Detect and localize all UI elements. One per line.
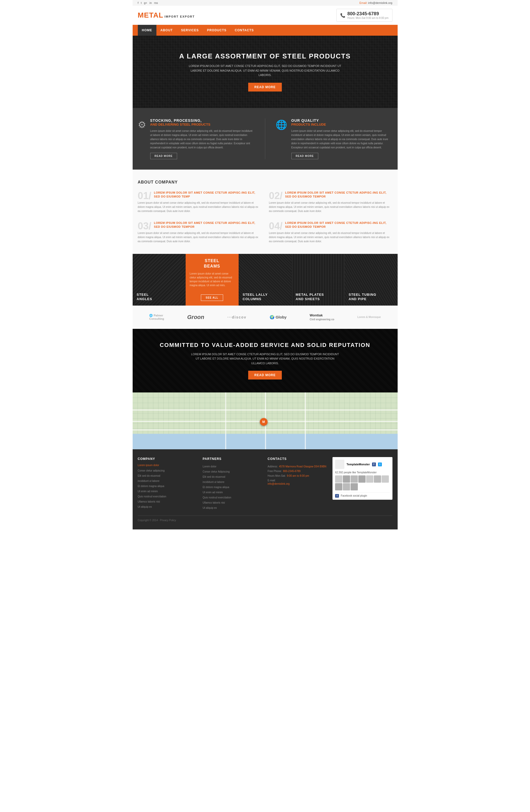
phone-label: Free Phone: [268, 470, 282, 473]
feature-1-text: Lorem ipsum dolor sit amet conse ctetur … [291, 129, 392, 150]
email-label: Email: [359, 1, 367, 4]
about-num-3: 04/ [269, 221, 283, 231]
hero-cta-button[interactable]: READ MORE [248, 83, 282, 91]
partner-globy[interactable]: 🌍 Globy [270, 315, 287, 320]
fb-like-icon[interactable]: f [335, 494, 339, 498]
avatar-9 [350, 483, 358, 490]
feature-1-readmore-button[interactable]: READ MORE [291, 153, 318, 159]
footer-grid: COMPANY Lorem ipsum dolor Conse ctetur a… [138, 457, 392, 510]
hours-value: 9:00 am to 8:00 pm [287, 474, 309, 477]
partner-lorem[interactable]: Lorem & Moresque [357, 316, 381, 319]
about-title: ABOUT COMPANY [138, 180, 392, 185]
about-num-0: 01/ [138, 191, 152, 201]
about-item-text-1: Lorem ipsum dolor sit amet conse ctetur … [269, 201, 392, 213]
about-item-0: 01/ LOREM IPSUM DOLOR SIT AMET CONSE CTE… [138, 191, 261, 213]
avatar-8 [343, 483, 350, 490]
email-value[interactable]: info@demislink.org [368, 1, 392, 4]
partner-groon[interactable]: Groon [187, 314, 204, 321]
footer-partners-title: PARTNERS [203, 457, 262, 461]
map-road-v-1 [225, 392, 226, 449]
facebook-icon[interactable]: f [138, 1, 139, 4]
footer-company-links: Conse ctetur adipiscing Elit sed do eius… [138, 469, 167, 508]
palmer-globe-icon: 🌐 [149, 314, 153, 317]
feature-1-content: OUR QUALITY PRODUCTS INCLUDE Lorem ipsum… [291, 118, 392, 159]
partner-wontiak[interactable]: WontiakCivil engineering co [310, 313, 334, 321]
about-item-text-0: Lorem ipsum dolor sit amet conse ctetur … [138, 201, 261, 213]
map-pin: M [260, 418, 268, 426]
footer-address: Address: 4578 Marmora Road Glasgow D04 B… [268, 464, 327, 468]
mid-banner: COMMITTED TO VALUE-ADDED SERVICE AND SOL… [133, 329, 398, 393]
phone-box: 📞 800-2345-6789 Hours: Mon-Sat 9:00 am t… [336, 9, 392, 22]
product-tubing-content: STEEL TUBINGAND PIPE [349, 293, 376, 302]
product-metal-plates[interactable]: METAL PLATESAND SHEETS [292, 254, 345, 306]
logo-metal: METAL [138, 11, 163, 19]
fb-icon[interactable]: f [372, 463, 376, 466]
logo-sub: IMPORT EXPORT [164, 15, 195, 18]
footer-partners: PARTNERS Lorem dolor Conse ctetur Adipis… [203, 457, 262, 510]
footer-contacts: CONTACTS Address: 4578 Marmora Road Glas… [268, 457, 327, 510]
avatar-2 [350, 475, 358, 483]
product-plates-label: METAL PLATESAND SHEETS [296, 293, 324, 302]
footer-partners-links: Lorem dolor Conse ctetur Adipiscing Elit… [203, 465, 231, 509]
phone-icon: 📞 [340, 13, 345, 18]
about-item-title-3: LOREM IPSUM DOLOR SIT AMET CONSE CTETUR … [269, 221, 392, 229]
nav-home[interactable]: HOME [138, 25, 156, 36]
avatar-5 [374, 475, 381, 483]
social-widget-footer: f Facebook social plugin [335, 492, 390, 497]
nav-services[interactable]: SERVICES [177, 25, 203, 36]
rss-icon[interactable]: rss [154, 1, 158, 4]
hero: A LARGE ASSORTMENT OF STEEL PRODUCTS LOR… [133, 36, 398, 108]
hero-subtitle: LOREM IPSUM DOLOR SIT AMET CONSE CTETUR … [187, 64, 343, 77]
product-angles-content: STEELANGLES [137, 293, 152, 302]
tm-title: TemplateMonster [346, 463, 370, 466]
feature-1: 🌐 OUR QUALITY PRODUCTS INCLUDE Lorem ips… [276, 118, 392, 159]
nav-contacts[interactable]: CONTACTS [231, 25, 258, 36]
googleplus-icon[interactable]: g+ [144, 1, 147, 4]
product-plates-content: METAL PLATESAND SHEETS [296, 293, 324, 302]
product-beams-seeall-button[interactable]: SEE ALL [201, 294, 224, 301]
tm-logo-thumb [335, 460, 344, 469]
email-link-footer[interactable]: info@demislink.org [268, 482, 327, 485]
feature-divider [265, 118, 265, 159]
social-icons: f t g+ in rss [138, 1, 159, 4]
mid-banner-cta-button[interactable]: READ MORE [248, 371, 282, 379]
tw-icon[interactable]: t [378, 463, 382, 466]
product-steel-beams[interactable]: STEELBEAMS Lorem ipsum dolor sit amet co… [186, 254, 239, 306]
product-steel-columns[interactable]: STEEL LALLYCOLUMNS [239, 254, 292, 306]
twitter-icon[interactable]: t [141, 1, 142, 4]
partner-palmer[interactable]: 🌐 PalmerConsulting [149, 314, 164, 320]
email-label-footer: E-mail: [268, 479, 276, 482]
product-steel-angles[interactable]: STEELANGLES [133, 254, 186, 306]
about-item-3: 04/ LOREM IPSUM DOLOR SIT AMET CONSE CTE… [269, 221, 392, 244]
pin-marker: M [260, 418, 268, 426]
nav-about[interactable]: ABOUT [156, 25, 177, 36]
header: METAL IMPORT EXPORT 📞 800-2345-6789 Hour… [133, 6, 398, 25]
feature-0-subtitle: AND DELIVERING STEEL PRODUCTS [150, 122, 255, 127]
partner-discov[interactable]: ···discov [227, 315, 246, 319]
footer-company: COMPANY Lorem ipsum dolor Conse ctetur a… [138, 457, 198, 510]
avatar-0 [335, 475, 342, 483]
logo: METAL IMPORT EXPORT [138, 11, 195, 19]
footer-company-link-main[interactable]: Lorem ipsum dolor [138, 464, 198, 467]
partners-section: 🌐 PalmerConsulting Groon ···discov 🌍 Glo… [133, 306, 398, 329]
feature-0-title: STOCKING, PROCESSING, [150, 118, 255, 122]
product-tubing-label: STEEL TUBINGAND PIPE [349, 293, 376, 302]
product-columns-label: STEEL LALLYCOLUMNS [243, 293, 268, 302]
globy-icon: 🌍 [270, 315, 275, 319]
feature-0-text: Lorem ipsum dolor sit amet conse ctetur … [150, 129, 255, 150]
feature-0-readmore-button[interactable]: READ MORE [150, 153, 177, 159]
phone-hours: Hours: Mon-Sat 9:00 am to 8:00 pm [347, 16, 389, 19]
fb-widget-text: Facebook social plugin [341, 494, 367, 497]
address-label: Address: [268, 465, 278, 468]
product-steel-tubing[interactable]: STEEL TUBINGAND PIPE [345, 254, 398, 306]
social-widget-title: TemplateMonster [346, 463, 370, 466]
about-grid: 01/ LOREM IPSUM DOLOR SIT AMET CONSE CTE… [138, 191, 392, 244]
nav-products[interactable]: PRODUCTS [203, 25, 231, 36]
address-value: 4578 Marmora Road Glasgow D04 B9BN [279, 465, 326, 468]
product-angles-label: STEELANGLES [137, 293, 152, 302]
top-bar: f t g+ in rss Email: info@demislink.org [133, 0, 398, 6]
products-strip: STEELANGLES STEELBEAMS Lorem ipsum dolor… [133, 254, 398, 306]
nav: HOME ABOUT SERVICES PRODUCTS CONTACTS [133, 25, 398, 36]
feature-1-subtitle: PRODUCTS INCLUDE [291, 122, 392, 127]
linkedin-icon[interactable]: in [149, 1, 152, 4]
